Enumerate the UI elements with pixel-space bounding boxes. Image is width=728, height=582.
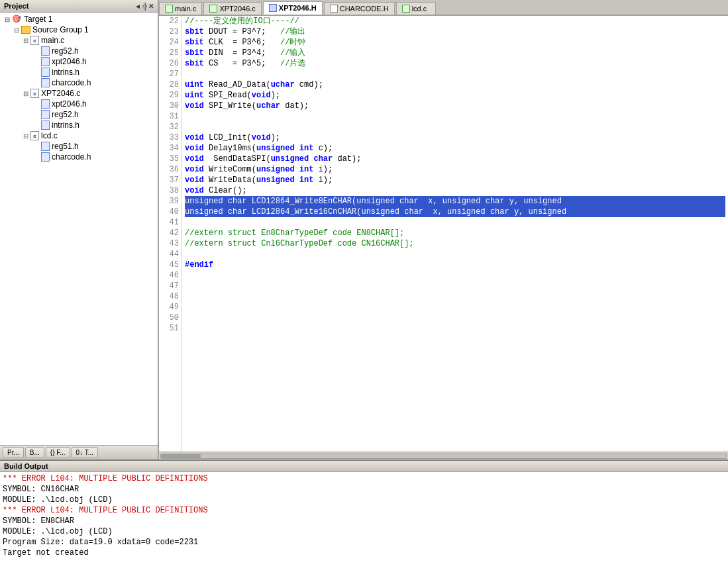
h-file-icon-4 [41, 78, 50, 87]
code-line: uint Read_AD_Data(uchar cmd); [185, 79, 725, 90]
build-output-line: SYMBOL: CN16CHAR [3, 484, 725, 495]
footer-btn-t[interactable]: 0↓ T... [72, 447, 99, 458]
tree-label-xpt2046-h-2: xpt2046.h [52, 99, 87, 109]
expand-main-c[interactable]: ⊟ [21, 37, 30, 44]
tree-item-charcode-h-2[interactable]: charcode.h [0, 152, 158, 162]
close-icon[interactable]: ✕ [148, 3, 154, 10]
tree-item-source-group1[interactable]: ⊟ Source Group 1 [0, 24, 158, 35]
code-line [185, 323, 725, 334]
line-number: 22 [162, 16, 179, 26]
code-line [185, 281, 725, 291]
tree-item-reg52-h-1[interactable]: reg52.h [0, 46, 158, 56]
tab-xpt2046-h[interactable]: XPT2046.H [263, 1, 323, 15]
line-number: 25 [162, 48, 179, 58]
tab-charcode-h[interactable]: CHARCODE.H [324, 2, 395, 15]
main-area: Project ◄ ╬ ✕ ⊟ 🎯 Target 1 ⊟ Source Grou… [0, 0, 728, 460]
build-output-line: *** ERROR L104: MULTIPLE PUBLIC DEFINITI… [3, 505, 725, 516]
h-file-icon-2 [41, 57, 50, 66]
line-number: 43 [162, 238, 179, 249]
build-output-header: Build Output [0, 461, 728, 472]
tab-label-charcode-h: CHARCODE.H [340, 5, 389, 13]
code-line [185, 217, 725, 228]
code-line: sbit DIN = P3^4; //输入 [185, 48, 725, 58]
tree-item-xpt2046-c[interactable]: ⊟ c XPT2046.c [0, 88, 158, 99]
tree-label-xpt2046-h-1: xpt2046.h [52, 57, 87, 66]
code-line [185, 111, 725, 122]
h-file-icon-5 [41, 99, 50, 109]
tab-icon-xpt2046-c [209, 5, 217, 13]
code-line: sbit DOUT = P3^7; //输出 [185, 26, 725, 37]
expand-target1[interactable]: ⊟ [3, 16, 12, 23]
line-number: 50 [162, 313, 179, 323]
footer-btn-pr[interactable]: Pr... [3, 447, 24, 458]
tree-item-xpt2046-h-1[interactable]: xpt2046.h [0, 56, 158, 67]
tree-item-main-c[interactable]: ⊟ c main.c [0, 35, 158, 46]
code-line: sbit CS = P3^5; //片选 [185, 58, 725, 69]
line-number: 24 [162, 37, 179, 48]
line-number: 34 [162, 143, 179, 154]
code-line [185, 291, 725, 302]
expand-lcd-c[interactable]: ⊟ [21, 132, 30, 140]
project-panel-footer: Pr... B... {} F... 0↓ T... [0, 445, 158, 460]
code-line: void Clear(); [185, 185, 725, 196]
footer-btn-b[interactable]: B... [25, 447, 44, 458]
editor-area: main.c XPT2046.c XPT2046.H CHARCODE.H lc… [159, 0, 728, 460]
h-file-icon-7 [41, 121, 50, 130]
tree-label-charcode-h-1: charcode.h [52, 78, 91, 87]
layout-icon[interactable]: ╬ [142, 3, 147, 10]
tree-item-xpt2046-h-2[interactable]: xpt2046.h [0, 99, 158, 109]
tree-item-intrins-h-2[interactable]: intrins.h [0, 120, 158, 130]
expand-xpt2046-c[interactable]: ⊟ [21, 90, 30, 97]
tree-label-intrins-h-1: intrins.h [52, 68, 79, 77]
line-number: 27 [162, 69, 179, 79]
code-line: void WriteComm(unsigned int i); [185, 164, 725, 175]
expand-source-group1[interactable]: ⊟ [12, 26, 21, 34]
line-number: 30 [162, 101, 179, 111]
build-output-container: Build Output *** ERROR L104: MULTIPLE PU… [0, 460, 728, 582]
code-content[interactable]: //----定义使用的IO口----//sbit DOUT = P3^7; //… [182, 16, 728, 452]
tree-item-reg52-h-2[interactable]: reg52.h [0, 109, 158, 120]
tab-label-lcd-c: lcd.c [412, 5, 427, 13]
tree-item-lcd-c[interactable]: ⊟ c lcd.c [0, 130, 158, 141]
line-number: 48 [162, 291, 179, 302]
code-line: void SendDataSPI(unsigned char dat); [185, 154, 725, 164]
tree-item-intrins-h-1[interactable]: intrins.h [0, 67, 158, 77]
line-number: 32 [162, 122, 179, 132]
line-number: 23 [162, 26, 179, 37]
h-file-icon-8 [41, 142, 50, 151]
c-file-icon: c [30, 36, 39, 45]
line-number: 38 [162, 185, 179, 196]
code-line [185, 313, 725, 323]
tree-label-reg52-h-1: reg52.h [52, 46, 79, 56]
code-line: //extern struct Cnl6CharTypeDef code CN1… [185, 238, 725, 249]
code-editor[interactable]: 2223242526272829303132333435363738394041… [159, 16, 728, 452]
editor-scrollbar[interactable] [159, 452, 728, 460]
line-number: 41 [162, 217, 179, 228]
target-icon: 🎯 [12, 15, 23, 24]
tree-label-intrins-h-2: intrins.h [52, 121, 79, 130]
tab-lcd-c[interactable]: lcd.c [396, 2, 436, 15]
tab-xpt2046-c[interactable]: XPT2046.c [203, 2, 261, 15]
folder-icon [21, 26, 30, 34]
scrollbar-track[interactable] [160, 454, 727, 459]
tab-main-c[interactable]: main.c [159, 2, 202, 15]
tree-item-charcode-h-1[interactable]: charcode.h [0, 77, 158, 88]
code-line [185, 122, 725, 132]
dock-icon[interactable]: ◄ [134, 3, 141, 10]
tree-item-target1[interactable]: ⊟ 🎯 Target 1 [0, 14, 158, 24]
tab-bar: main.c XPT2046.c XPT2046.H CHARCODE.H lc… [159, 0, 728, 16]
tree-label-lcd-c: lcd.c [41, 131, 58, 140]
build-output-content: *** ERROR L104: MULTIPLE PUBLIC DEFINITI… [0, 472, 728, 582]
project-panel-title: Project [4, 2, 28, 10]
footer-btn-f[interactable]: {} F... [46, 447, 70, 458]
scrollbar-thumb[interactable] [161, 454, 201, 458]
line-number: 46 [162, 270, 179, 281]
line-number: 35 [162, 154, 179, 164]
tab-icon-xpt2046-h [269, 4, 277, 12]
line-number: 44 [162, 249, 179, 260]
line-number: 39 [162, 196, 179, 207]
c-file-icon-2: c [30, 89, 39, 98]
build-output-line: MODULE: .\lcd.obj (LCD) [3, 526, 725, 537]
tab-label-main-c: main.c [175, 5, 196, 13]
tree-item-reg51-h[interactable]: reg51.h [0, 141, 158, 152]
